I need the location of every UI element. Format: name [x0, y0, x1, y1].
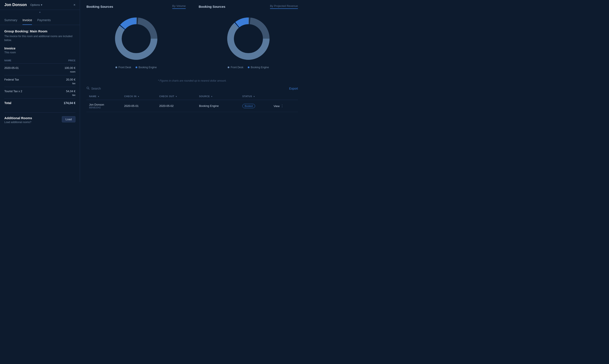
- chart-left-svg: [112, 15, 160, 62]
- export-button[interactable]: Export: [289, 87, 298, 90]
- sort-arrow-checkout: ▾: [176, 95, 177, 98]
- row-price-0: 100,00 €: [47, 64, 75, 71]
- search-box: Search: [86, 87, 101, 90]
- col-header-actions: [271, 93, 298, 100]
- legend-dot-bookingengine-right: [248, 66, 249, 68]
- charts-row: Booking Sources By Volume: [80, 0, 304, 78]
- legend-dot-frontdesk-left: [115, 66, 117, 68]
- legend-item-bookingengine-right: Booking Engine: [248, 66, 269, 69]
- legend-item-frontdesk-right: Front Desk: [228, 66, 243, 69]
- legend-item-bookingengine-left: Booking Engine: [136, 66, 157, 69]
- additional-rooms-title: Additional Rooms: [4, 116, 32, 120]
- svg-line-11: [89, 89, 89, 90]
- table-row: Tourist Tax x 2 54,04 €: [4, 87, 75, 94]
- tab-invoice[interactable]: Invoice: [23, 17, 32, 25]
- chart-left-title: Booking Sources: [86, 5, 113, 8]
- status-badge: Booked: [242, 104, 255, 108]
- total-label: Total: [4, 99, 47, 107]
- tabs-bar: Summary Invoice Payments: [0, 14, 80, 25]
- table-toolbar: Search Export: [86, 87, 298, 90]
- row-checkout-cell: 2020-05-02: [156, 100, 196, 112]
- invoice-section-sub: This room: [4, 51, 75, 54]
- table-row-sub: tax: [4, 82, 75, 87]
- row-price-1: 20,00 €: [47, 75, 75, 82]
- legend-item-frontdesk-left: Front Desk: [115, 66, 131, 69]
- col-header-name: NAME ▾: [86, 93, 122, 100]
- additional-rooms-text: Additional Rooms Load additional rooms?: [4, 116, 32, 124]
- app-title: Jon Donson: [4, 3, 27, 7]
- chart-right-donut-wrapper: Front Desk Booking Engine: [199, 11, 298, 73]
- row-name-0: 2020-05-01: [4, 64, 47, 71]
- chart-right-legend: Front Desk Booking Engine: [228, 66, 269, 69]
- col-header-checkin: CHECK IN ▾: [122, 93, 156, 100]
- row-sub-1: tax: [4, 82, 75, 87]
- chart-right-svg: [225, 15, 272, 62]
- panel-content: Group Booking: Main Room The invoice for…: [0, 25, 80, 182]
- table-row-sub: tax: [4, 94, 75, 99]
- tab-payments[interactable]: Payments: [37, 17, 51, 25]
- row-name-2: Tourist Tax x 2: [4, 87, 47, 94]
- col-header-name: NAME: [4, 57, 47, 64]
- chart-right-subtitle: By Projected Revenue: [270, 4, 298, 9]
- load-button[interactable]: Load: [62, 116, 75, 122]
- additional-rooms-sub: Load additional rooms?: [4, 121, 32, 124]
- col-header-price: PRICE: [47, 57, 75, 64]
- chart-right-title: Booking Sources: [199, 5, 225, 8]
- scroll-indicator-top: ▲: [0, 10, 80, 14]
- chart-left-donut-wrapper: Front Desk Booking Engine: [86, 11, 186, 73]
- row-price-2: 54,04 €: [47, 87, 75, 94]
- search-icon: [86, 87, 89, 90]
- row-guest-name: Jon Donson: [89, 103, 119, 106]
- close-button[interactable]: ×: [73, 3, 75, 7]
- sort-arrow-status: ▾: [254, 95, 255, 98]
- top-bar: Jon Donson Options ▾ ×: [0, 0, 80, 10]
- row-name-1: Federal Tax: [4, 75, 47, 82]
- options-button[interactable]: Options ▾: [30, 3, 42, 6]
- table-row: Jon Donson BBNB2042 2020-05-01 2020-05-0…: [86, 100, 298, 112]
- table-row: 2020-05-01 100,00 €: [4, 64, 75, 71]
- row-status-cell: Booked: [240, 100, 271, 112]
- more-options-button[interactable]: ⋮: [280, 104, 284, 108]
- chart-left-legend: Front Desk Booking Engine: [115, 66, 157, 69]
- view-button[interactable]: View: [274, 104, 280, 108]
- left-panel: Jon Donson Options ▾ × ▲ Summary Invoice…: [0, 0, 80, 182]
- col-header-checkout: CHECK OUT ▾: [156, 93, 196, 100]
- total-row: Total 174,04 €: [4, 99, 75, 107]
- row-source-cell: Booking Engine: [196, 100, 240, 112]
- data-table: NAME ▾ CHECK IN ▾ CHECK OUT ▾ SOURCE ▾: [86, 93, 298, 112]
- row-sub-2: tax: [4, 94, 75, 99]
- row-actions-cell: View ⋮: [271, 100, 298, 112]
- chart-right: Booking Sources By Projected Revenue Fro…: [199, 4, 298, 73]
- table-row: Federal Tax 20,00 €: [4, 75, 75, 82]
- row-checkin-cell: 2020-05-01: [122, 100, 156, 112]
- table-row-sub: room: [4, 70, 75, 75]
- invoice-table: NAME PRICE 2020-05-01 100,00 € room Fede…: [4, 57, 75, 107]
- figures-note: * Figures in charts are rounded up to ne…: [80, 78, 304, 87]
- sort-arrow-source: ▾: [211, 95, 212, 98]
- chart-left-header: Booking Sources By Volume: [86, 4, 186, 9]
- additional-rooms-header: Additional Rooms Load additional rooms? …: [4, 116, 75, 124]
- group-booking-title: Group Booking: Main Room: [4, 29, 75, 33]
- sort-arrow-checkin: ▾: [138, 95, 139, 98]
- right-panel: Booking Sources By Volume: [80, 0, 304, 182]
- chart-left-subtitle: By Volume: [172, 4, 186, 9]
- additional-rooms-section: Additional Rooms Load additional rooms? …: [4, 113, 75, 124]
- row-ref: BBNB2042: [89, 106, 119, 109]
- invoice-section-title: Invoice: [4, 46, 75, 50]
- tab-summary[interactable]: Summary: [4, 17, 17, 25]
- chevron-down-icon: ▾: [41, 3, 42, 6]
- col-header-source: SOURCE ▾: [196, 93, 240, 100]
- group-booking-desc: The invoice for this room and additional…: [4, 34, 75, 42]
- col-header-status: STATUS ▾: [240, 93, 271, 100]
- chart-right-header: Booking Sources By Projected Revenue: [199, 4, 298, 9]
- legend-dot-bookingengine-left: [136, 66, 137, 68]
- total-value: 174,04 €: [47, 99, 75, 107]
- row-sub-0: room: [4, 70, 75, 75]
- chart-left: Booking Sources By Volume: [86, 4, 186, 73]
- row-name-cell: Jon Donson BBNB2042: [86, 100, 122, 112]
- legend-dot-frontdesk-right: [228, 66, 229, 68]
- table-section: Search Export NAME ▾ CHECK IN ▾ CHECK OU…: [80, 87, 304, 116]
- sort-arrow-name: ▾: [98, 95, 99, 98]
